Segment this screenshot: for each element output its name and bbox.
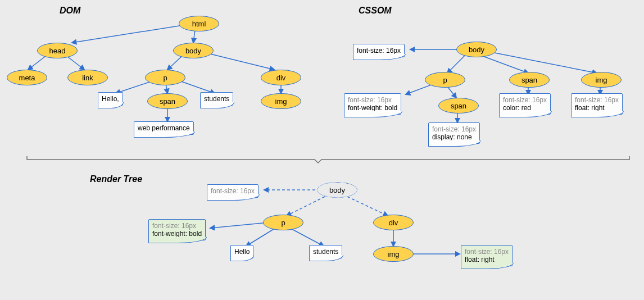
- css-line: font-size: 16px: [432, 125, 476, 133]
- css-line: font-size: 16px: [503, 96, 547, 104]
- css-line: font-size: 16px: [211, 187, 255, 195]
- render-p-css: font-size: 16pxfont-weight: bold: [148, 219, 206, 240]
- svg-line-14: [489, 52, 597, 73]
- css-line: font-size: 16px: [152, 222, 196, 230]
- svg-line-12: [447, 54, 466, 73]
- svg-line-13: [480, 55, 528, 73]
- dom-node-meta: meta: [7, 70, 47, 85]
- css-line: font-weight: bold: [348, 104, 397, 112]
- cssom-node-p: p: [425, 72, 465, 88]
- css-line: display: none: [432, 133, 472, 141]
- dom-node-div: div: [261, 70, 301, 85]
- render-text-hello: Hello: [230, 245, 253, 258]
- css-line: font-weight: bold: [152, 230, 202, 238]
- dom-node-body: body: [173, 43, 214, 58]
- css-line: font-size: 16px: [575, 96, 619, 104]
- svg-line-16: [447, 87, 456, 98]
- css-line: font-size: 16px: [348, 96, 392, 104]
- render-node-body: body: [317, 182, 357, 198]
- cssom-p-css: font-size: 16pxfont-weight: bold: [344, 93, 401, 115]
- dom-text-students: students: [200, 92, 233, 106]
- cssom-body-css: font-size: 16px: [353, 44, 405, 57]
- css-line: font-size: 16px: [465, 248, 509, 256]
- dom-title: DOM: [60, 6, 80, 16]
- dom-node-head: head: [37, 43, 78, 58]
- cssom-title: CSSOM: [359, 6, 392, 16]
- dom-node-html: html: [179, 16, 219, 31]
- css-line: float: right: [575, 104, 605, 112]
- render-text-students: students: [309, 245, 342, 258]
- cssom-node-span: span: [509, 72, 550, 88]
- cssom-img-css: font-size: 16pxfloat: right: [571, 93, 623, 115]
- svg-line-22: [347, 197, 388, 216]
- svg-line-0: [72, 24, 193, 43]
- css-line: float: right: [465, 256, 495, 263]
- render-node-img: img: [373, 246, 414, 262]
- svg-line-25: [290, 228, 324, 246]
- render-node-div: div: [373, 215, 414, 230]
- render-body-css: font-size: 16px: [207, 184, 258, 198]
- css-line: color: red: [503, 104, 531, 112]
- dom-text-webperf: web performance: [134, 121, 194, 135]
- cssom-node-img: img: [581, 72, 622, 88]
- render-img-css: font-size: 16pxfloat: right: [461, 245, 513, 266]
- dom-node-p: p: [145, 70, 185, 85]
- svg-line-15: [406, 84, 433, 94]
- cssom-node-span2: span: [438, 98, 479, 113]
- cssom-node-body: body: [456, 42, 497, 57]
- svg-line-23: [246, 228, 275, 246]
- render-node-p: p: [263, 215, 303, 230]
- cssom-span2-css: font-size: 16pxdisplay: none: [428, 122, 480, 144]
- dom-node-span: span: [147, 93, 188, 109]
- svg-line-21: [287, 197, 325, 216]
- cssom-span-css: font-size: 16pxcolor: red: [499, 93, 551, 115]
- svg-line-5: [206, 53, 274, 70]
- dom-node-img: img: [261, 93, 301, 109]
- render-title: Render Tree: [90, 174, 142, 184]
- svg-line-24: [210, 222, 269, 228]
- dom-text-hello: Hello,: [98, 92, 123, 106]
- dom-node-link: link: [67, 70, 108, 85]
